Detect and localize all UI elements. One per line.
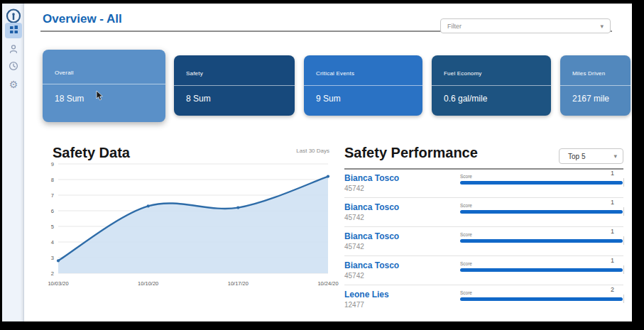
top-5-value: Top 5 — [568, 153, 613, 160]
card-label: Miles Driven — [572, 70, 605, 77]
driver-name-link[interactable]: Bianca Tosco — [344, 260, 399, 270]
sidebar: ⚙ — [2, 4, 24, 321]
score-value: 1 — [611, 199, 614, 206]
safety-data-period: Last 30 Days — [280, 148, 329, 154]
stat-card-fuel-economy[interactable]: Fuel Economy 0.6 gal/mile — [432, 55, 551, 116]
score-label: Score — [460, 174, 472, 179]
svg-text:5: 5 — [51, 224, 54, 230]
score-box: Score 1 — [460, 169, 623, 198]
card-label: Overall — [55, 70, 74, 76]
performance-row: Bianca Tosco 45742 Score 1 — [344, 169, 623, 198]
svg-text:7: 7 — [51, 192, 54, 199]
score-bar — [460, 297, 623, 301]
card-divider — [560, 85, 631, 86]
score-bar — [460, 239, 623, 243]
main-content: Overview - All Filter ▾ Overall 18 Sum S… — [24, 4, 632, 321]
card-label: Fuel Economy — [444, 70, 482, 77]
driver-id: 45742 — [344, 243, 364, 251]
svg-text:10/10/20: 10/10/20 — [138, 280, 158, 287]
clock-icon — [9, 61, 18, 74]
driver-id: 12477 — [344, 301, 364, 309]
driver-name-link[interactable]: Bianca Tosco — [344, 231, 399, 241]
card-divider — [174, 85, 295, 86]
stat-card-safety[interactable]: Safety 8 Sum — [174, 55, 295, 116]
sidebar-item-dashboard[interactable] — [5, 23, 22, 38]
svg-text:3: 3 — [51, 255, 54, 261]
score-value: 1 — [611, 228, 614, 235]
stat-card-critical-events[interactable]: Critical Events 9 Sum — [304, 55, 422, 116]
score-value: 1 — [611, 257, 614, 264]
score-label: Score — [460, 261, 472, 266]
gear-icon: ⚙ — [9, 79, 18, 89]
stat-card-miles-driven[interactable]: Miles Driven 2167 mile — [560, 55, 631, 116]
sidebar-item-history[interactable] — [5, 60, 22, 75]
card-divider — [43, 84, 165, 84]
svg-text:4: 4 — [51, 239, 54, 246]
score-box: Score 2 — [460, 285, 623, 314]
filter-placeholder: Filter — [447, 23, 600, 30]
score-label: Score — [460, 232, 472, 237]
score-value: 1 — [611, 170, 614, 177]
sidebar-item-users[interactable] — [5, 43, 22, 58]
driver-name-link[interactable]: Leone Lies — [344, 290, 389, 299]
performance-row: Bianca Tosco 45742 Score 1 — [344, 227, 623, 256]
score-box: Score 1 — [460, 198, 623, 227]
score-label: Score — [460, 290, 472, 295]
svg-text:2: 2 — [51, 270, 54, 277]
person-icon — [9, 44, 18, 57]
dashboard-icon — [9, 24, 18, 37]
score-bar — [460, 210, 623, 214]
driver-name-link[interactable]: Bianca Tosco — [344, 202, 399, 212]
driver-id: 45742 — [344, 272, 364, 280]
score-bar — [460, 181, 623, 185]
card-label: Critical Events — [316, 70, 354, 77]
card-value: 18 Sum — [55, 94, 84, 104]
svg-text:9: 9 — [51, 161, 54, 167]
card-value: 2167 mile — [572, 94, 609, 104]
score-box: Score 1 — [460, 227, 623, 256]
score-bar — [460, 268, 623, 272]
svg-text:10/17/20: 10/17/20 — [228, 280, 249, 287]
driver-id: 45742 — [344, 185, 364, 192]
card-value: 8 Sum — [186, 94, 211, 104]
performance-row: Bianca Tosco 45742 Score 1 — [344, 198, 623, 227]
mouse-cursor — [96, 90, 104, 104]
score-value: 2 — [611, 286, 614, 293]
performance-row: Leone Lies 12477 Score 2 — [344, 285, 623, 314]
svg-text:10/03/20: 10/03/20 — [48, 280, 68, 287]
svg-text:6: 6 — [51, 208, 54, 214]
top-5-dropdown[interactable]: Top 5 ▾ — [559, 148, 623, 164]
chevron-down-icon: ▾ — [600, 23, 604, 30]
score-label: Score — [460, 203, 472, 208]
driver-name-link[interactable]: Bianca Tosco — [344, 173, 399, 183]
safety-performance-title: Safety Performance — [344, 145, 478, 161]
stat-card-overall[interactable]: Overall 18 Sum — [43, 50, 165, 122]
filter-dropdown[interactable]: Filter ▾ — [440, 18, 611, 33]
card-value: 9 Sum — [316, 94, 341, 104]
score-box: Score 1 — [460, 256, 623, 285]
driver-id: 45742 — [344, 214, 364, 221]
card-value: 0.6 gal/mile — [444, 94, 487, 104]
app-window: ⚙ Overview - All Filter ▾ Overall 18 Sum… — [0, 0, 644, 330]
svg-text:8: 8 — [51, 177, 54, 183]
chevron-down-icon: ▾ — [613, 153, 617, 160]
page-title: Overview - All — [43, 12, 122, 26]
card-divider — [304, 85, 422, 86]
sidebar-item-settings[interactable]: ⚙ — [5, 77, 22, 92]
svg-text:10/24/20: 10/24/20 — [317, 280, 338, 287]
card-divider — [432, 85, 551, 86]
safety-data-chart: 2345678910/03/2010/10/2010/17/2010/24/20 — [43, 155, 341, 295]
card-label: Safety — [186, 70, 203, 77]
performance-row: Bianca Tosco 45742 Score 1 — [344, 256, 623, 285]
